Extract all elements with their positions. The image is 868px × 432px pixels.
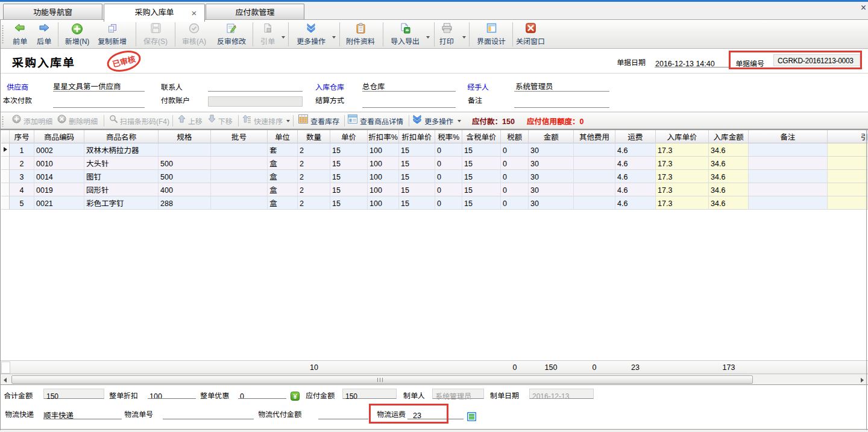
svg-text:¥: ¥: [293, 393, 297, 400]
